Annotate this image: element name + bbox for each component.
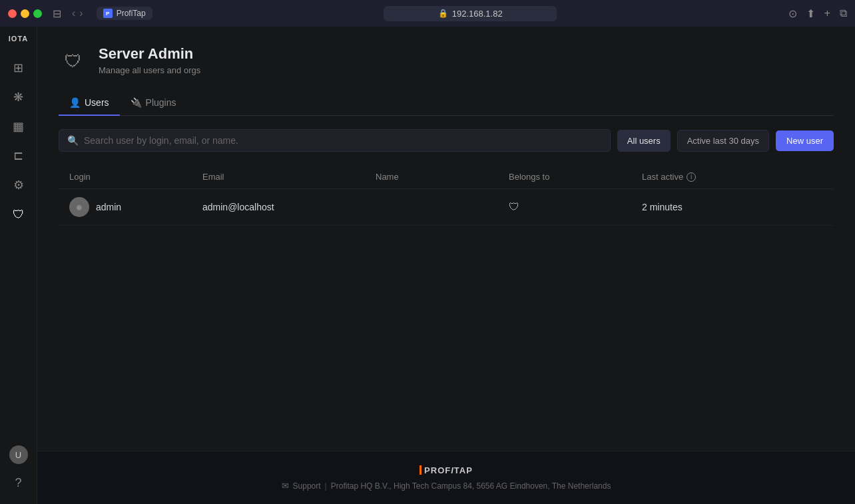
cell-email: admin@localhost	[192, 189, 365, 226]
cell-login: ● admin	[59, 189, 192, 226]
page-header: 🛡 Server Admin Manage all users and orgs	[59, 45, 834, 76]
toolbar: 🔍 All users Active last 30 days New user	[59, 129, 834, 152]
app-body: IOTA ⊞ ❋ ▦ ⊏ ⚙ 🛡 U ?	[0, 27, 855, 504]
back-button[interactable]: ‹	[72, 7, 75, 19]
col-header-last-active: Last active i	[631, 165, 834, 189]
lock-icon: 🔒	[438, 9, 448, 18]
table-header: Login Email Name Belongs to	[59, 165, 834, 189]
new-user-button[interactable]: New user	[776, 130, 834, 151]
new-tab-icon[interactable]: +	[824, 7, 830, 19]
search-bar[interactable]: 🔍	[59, 129, 611, 152]
browser-tab[interactable]: P ProfiTap	[97, 7, 152, 20]
users-table: Login Email Name Belongs to	[59, 165, 834, 226]
nav-buttons: ‹ ›	[72, 7, 83, 19]
url-text: 192.168.1.82	[452, 9, 503, 19]
server-admin-icon: 🛡	[65, 51, 82, 72]
footer-support: ✉ Support | Profitap HQ B.V., High Tech …	[282, 481, 611, 491]
user-login: admin	[96, 202, 121, 212]
tab-users[interactable]: 👤 Users	[59, 92, 120, 116]
sidebar-item-table[interactable]: ▦	[5, 113, 32, 140]
table-icon: ▦	[13, 119, 24, 134]
table-row[interactable]: ● admin admin@localhost 🛡 2 minutes	[59, 189, 834, 226]
traffic-lights	[8, 9, 42, 18]
sidebar-item-storage[interactable]: ⊏	[5, 142, 32, 169]
settings-icon: ⚙	[13, 178, 24, 192]
filter-active-button[interactable]: Active last 30 days	[677, 130, 769, 152]
tab-title: ProfiTap	[117, 9, 146, 18]
user-avatar[interactable]: U	[9, 445, 28, 464]
cell-name	[365, 189, 498, 226]
col-header-belongs-to: Belongs to	[498, 165, 631, 189]
share-icon[interactable]: ⬆	[806, 7, 815, 20]
dashboard-icon: ⊞	[13, 61, 23, 75]
titlebar-actions: ⊙ ⬆ + ⧉	[788, 7, 847, 20]
tab-plugins[interactable]: 🔌 Plugins	[120, 92, 187, 116]
globe-icon: ❋	[13, 90, 23, 105]
user-avatar-small: ●	[69, 197, 89, 217]
storage-icon: ⊏	[13, 148, 23, 163]
last-active-info-icon[interactable]: i	[687, 172, 696, 182]
page-header-icon: 🛡	[59, 47, 88, 76]
table-body: ● admin admin@localhost 🛡 2 minutes	[59, 189, 834, 226]
sidebar-item-settings[interactable]: ⚙	[5, 172, 32, 198]
url-bar[interactable]: 🔒 192.168.1.82	[158, 6, 783, 21]
content-area: 🛡 Server Admin Manage all users and orgs…	[37, 27, 855, 451]
mail-icon: ✉	[282, 481, 289, 491]
col-header-name: Name	[365, 165, 498, 189]
sidebar-bottom: U ?	[5, 445, 32, 496]
plugins-tab-icon: 🔌	[131, 97, 142, 108]
help-button[interactable]: ?	[5, 469, 32, 496]
close-button[interactable]	[8, 9, 17, 18]
search-input[interactable]	[84, 135, 602, 146]
footer-address: Profitap HQ B.V., High Tech Campus 84, 5…	[331, 481, 611, 491]
sidebar-toggle-icon[interactable]: ⊟	[53, 7, 61, 20]
sidebar-logo[interactable]: IOTA	[9, 35, 28, 43]
col-header-email: Email	[192, 165, 365, 189]
titlebar: ⊟ ‹ › P ProfiTap 🔒 192.168.1.82 ⊙ ⬆ + ⧉	[0, 0, 855, 27]
minimize-button[interactable]	[21, 9, 29, 18]
fullscreen-button[interactable]	[33, 9, 42, 18]
cell-belongs-to: 🛡	[498, 189, 631, 226]
shield-icon: 🛡	[13, 208, 25, 222]
tab-favicon: P	[103, 9, 113, 18]
forward-button[interactable]: ›	[79, 7, 83, 19]
sidebar-item-dashboard[interactable]: ⊞	[5, 55, 32, 81]
windows-icon[interactable]: ⧉	[840, 7, 847, 19]
support-label: Support	[293, 481, 321, 491]
help-icon: ?	[15, 476, 21, 490]
users-tab-icon: 👤	[69, 97, 81, 108]
plugins-tab-label: Plugins	[146, 97, 176, 108]
history-icon[interactable]: ⊙	[788, 7, 797, 20]
filter-all-button[interactable]: All users	[617, 130, 671, 152]
footer: PROFITAP ✉ Support | Profitap HQ B.V., H…	[37, 451, 855, 504]
cell-last-active: 2 minutes	[631, 189, 834, 226]
users-tab-label: Users	[85, 97, 109, 108]
main-content: 🛡 Server Admin Manage all users and orgs…	[37, 27, 855, 504]
page-subtitle: Manage all users and orgs	[99, 65, 200, 75]
tabs: 👤 Users 🔌 Plugins	[59, 92, 834, 116]
sidebar: IOTA ⊞ ❋ ▦ ⊏ ⚙ 🛡 U ?	[0, 27, 37, 504]
footer-logo-text: PROFITAP	[424, 465, 473, 475]
search-icon: 🔍	[67, 135, 79, 146]
page-title: Server Admin	[99, 45, 200, 63]
col-header-login: Login	[59, 165, 192, 189]
belongs-to-shield-icon: 🛡	[509, 201, 519, 212]
sidebar-item-globe[interactable]: ❋	[5, 84, 32, 111]
footer-separator: |	[325, 481, 327, 491]
sidebar-item-shield[interactable]: 🛡	[5, 201, 32, 228]
footer-logo: PROFITAP	[420, 465, 473, 475]
page-header-text: Server Admin Manage all users and orgs	[99, 45, 200, 75]
